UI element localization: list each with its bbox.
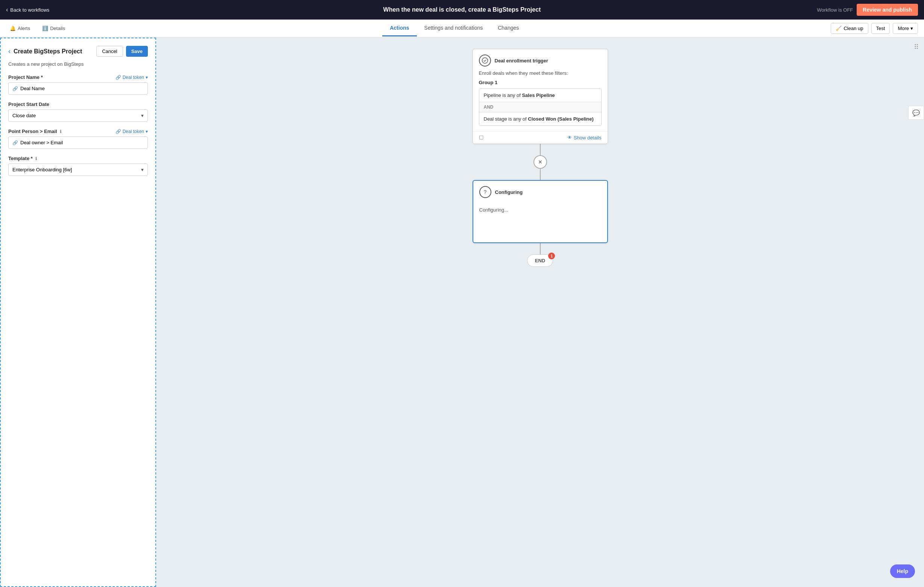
configuring-icon-circle: ? xyxy=(479,186,491,198)
info-icon: ℹ️ xyxy=(42,26,48,31)
project-name-input[interactable]: 🔗 Deal Name xyxy=(8,82,148,95)
dots-grid-icon[interactable]: ⠿ xyxy=(914,43,919,51)
tab-left-buttons: 🔔 Alerts ℹ️ Details xyxy=(6,23,69,33)
filter-row-pipeline: Pipeline is any of Sales Pipeline xyxy=(479,89,601,102)
workflow-container: Deal enrollment trigger Enroll deals whe… xyxy=(465,49,615,267)
tab-actions[interactable]: Actions xyxy=(382,20,416,36)
point-person-email-input[interactable]: 🔗 Deal owner > Email xyxy=(8,136,148,149)
bell-icon: 🔔 xyxy=(10,26,16,31)
field-label-template: Template * ℹ xyxy=(8,156,37,161)
token-icon: 🔗 xyxy=(116,129,121,134)
template-select[interactable]: Enterprise Onboarding [6w] ▾ xyxy=(8,163,148,176)
field-label-start-date: Project Start Date xyxy=(8,102,49,107)
field-template: Template * ℹ Enterprise Onboarding [6w] … xyxy=(8,156,148,176)
help-button[interactable]: Help xyxy=(890,564,915,578)
field-label-row-email: Point Person > Email ℹ 🔗 Deal token ▾ xyxy=(8,128,148,134)
svg-point-0 xyxy=(482,58,488,64)
panel-back-arrow[interactable]: ‹ xyxy=(8,47,10,55)
tabs-right: 🧹 Clean up Test More ▾ xyxy=(831,23,918,34)
trigger-icon-circle xyxy=(479,54,491,66)
tab-changes[interactable]: Changes xyxy=(490,20,526,36)
page-title: When the new deal is closed, create a Bi… xyxy=(383,7,541,13)
info-icon: ℹ xyxy=(35,156,37,161)
chevron-down-icon: ▾ xyxy=(141,113,144,118)
enrollment-trigger-body: Enroll deals when they meet these filter… xyxy=(473,70,607,131)
field-project-start-date: Project Start Date Close date ▾ xyxy=(8,102,148,122)
trigger-node-title: Deal enrollment trigger xyxy=(495,58,548,64)
connector-line-2 xyxy=(540,169,541,180)
alerts-button[interactable]: 🔔 Alerts xyxy=(6,23,34,33)
canvas-area: ⠿ 💬 Deal enrollment trigger Enroll deals… xyxy=(156,38,924,587)
save-button[interactable]: Save xyxy=(126,46,148,57)
chevron-down-icon: ▾ xyxy=(145,75,148,80)
end-label: END xyxy=(535,258,545,263)
enrollment-trigger-header: Deal enrollment trigger xyxy=(473,49,607,70)
deal-icon: 🔗 xyxy=(12,86,18,91)
deal-token-link-0[interactable]: 🔗 Deal token ▾ xyxy=(116,75,148,80)
side-panel: ‹ Create BigSteps Project Cancel Save Cr… xyxy=(0,38,156,587)
end-badge: 1 xyxy=(548,253,555,259)
filter-and-label: AND xyxy=(479,102,601,112)
panel-description: Creates a new project on BigSteps xyxy=(8,61,148,67)
field-project-name: Project Name * 🔗 Deal token ▾ 🔗 Deal Nam… xyxy=(8,74,148,95)
cleanup-button[interactable]: 🧹 Clean up xyxy=(831,23,868,34)
side-panel-title: Create BigSteps Project xyxy=(13,48,82,55)
connector-line-1 xyxy=(540,144,541,155)
broom-icon: 🧹 xyxy=(836,26,842,31)
configuring-text: Configuring... xyxy=(479,207,601,237)
deal-icon: 🔗 xyxy=(12,140,18,145)
field-point-person-email: Point Person > Email ℹ 🔗 Deal token ▾ 🔗 … xyxy=(8,128,148,149)
side-panel-header: ‹ Create BigSteps Project Cancel Save xyxy=(8,46,148,57)
group-label: Group 1 xyxy=(479,80,602,85)
chevron-left-icon: ‹ xyxy=(6,7,8,13)
chevron-down-icon: ▾ xyxy=(145,129,148,134)
deal-token-link-2[interactable]: 🔗 Deal token ▾ xyxy=(116,129,148,134)
show-details-button[interactable]: 👁 Show details xyxy=(568,135,602,141)
panel-action-buttons: Cancel Save xyxy=(96,46,148,57)
chat-bubble-icon[interactable]: 💬 xyxy=(908,106,924,120)
configuring-body: Configuring... xyxy=(473,202,607,242)
end-node: END 1 xyxy=(527,255,553,267)
cancel-button[interactable]: Cancel xyxy=(96,46,123,57)
token-icon: 🔗 xyxy=(116,75,121,80)
field-label-project-name: Project Name * xyxy=(8,74,43,80)
field-label-row-project-name: Project Name * 🔗 Deal token ▾ xyxy=(8,74,148,80)
top-nav: ‹ Back to workflows When the new deal is… xyxy=(0,0,924,20)
eye-icon: 👁 xyxy=(568,135,572,140)
connector-line-3 xyxy=(540,243,541,255)
back-to-workflows-button[interactable]: ‹ Back to workflows xyxy=(6,7,49,13)
details-button[interactable]: ℹ️ Details xyxy=(38,23,69,33)
project-start-date-select[interactable]: Close date ▾ xyxy=(8,109,148,122)
info-icon: ℹ xyxy=(60,129,61,134)
back-label: Back to workflows xyxy=(10,7,49,13)
filter-row-stage: Deal stage is any of Closed Won (Sales P… xyxy=(479,112,601,125)
field-label-row-start-date: Project Start Date xyxy=(8,102,148,107)
workflow-status: Workflow is OFF xyxy=(817,7,853,13)
x-icon: ✕ xyxy=(538,159,543,165)
more-button[interactable]: More ▾ xyxy=(893,23,918,34)
nav-right: Workflow is OFF Review and publish xyxy=(817,4,918,16)
enrollment-trigger-footer: ☐ 👁 Show details xyxy=(473,131,607,143)
tabs-bar: 🔔 Alerts ℹ️ Details Actions Settings and… xyxy=(0,20,924,38)
x-connector-button[interactable]: ✕ xyxy=(533,155,547,169)
main-content: ‹ Create BigSteps Project Cancel Save Cr… xyxy=(0,38,924,587)
enrollment-trigger-node: Deal enrollment trigger Enroll deals whe… xyxy=(472,49,608,144)
side-panel-title-row: ‹ Create BigSteps Project xyxy=(8,47,82,55)
chevron-down-icon: ▾ xyxy=(911,26,913,31)
test-button[interactable]: Test xyxy=(871,23,890,34)
tabs-center: Actions Settings and notifications Chang… xyxy=(78,20,831,36)
configuring-title: Configuring xyxy=(495,189,523,195)
checkbox-icon[interactable]: ☐ xyxy=(479,135,484,141)
chevron-down-icon: ▾ xyxy=(141,167,144,173)
configuring-node: ? Configuring Configuring... xyxy=(472,180,608,243)
tab-settings[interactable]: Settings and notifications xyxy=(417,20,491,36)
review-publish-button[interactable]: Review and publish xyxy=(856,4,918,16)
field-label-row-template: Template * ℹ xyxy=(8,156,148,161)
field-label-email: Point Person > Email ℹ xyxy=(8,128,61,134)
trigger-subtitle: Enroll deals when they meet these filter… xyxy=(479,70,602,76)
configuring-header: ? Configuring xyxy=(473,181,607,202)
filter-group: Pipeline is any of Sales Pipeline AND De… xyxy=(479,88,602,126)
